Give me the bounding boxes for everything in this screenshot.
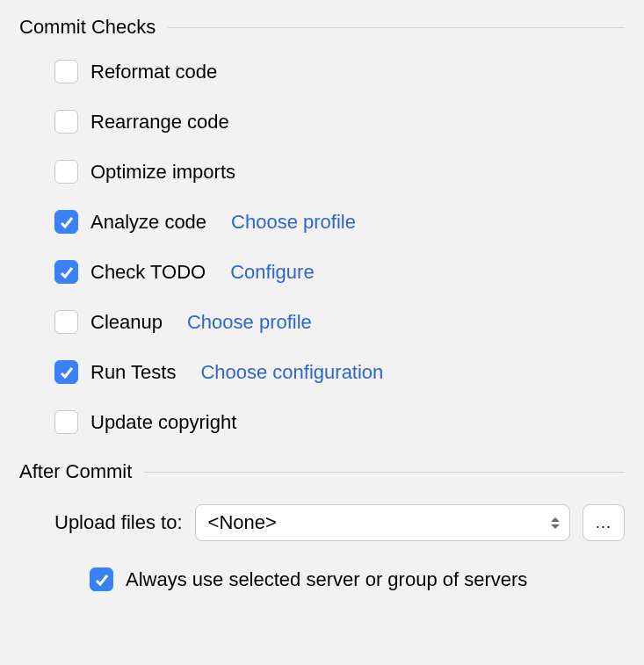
check-row: Run TestsChoose configuration [54, 360, 625, 384]
check-row: Update copyright [54, 410, 625, 434]
upload-target-select[interactable]: <None> [195, 504, 570, 541]
check-row: CleanupChoose profile [54, 310, 625, 334]
always-use-row: Always use selected server or group of s… [19, 567, 625, 591]
check-label: Run Tests [90, 361, 176, 384]
checkbox[interactable] [54, 260, 78, 284]
commit-checks-header: Commit Checks [19, 16, 625, 39]
config-link[interactable]: Choose profile [187, 311, 312, 334]
check-label: Optimize imports [90, 161, 235, 184]
upload-target-value: <None> [208, 511, 277, 534]
checkbox[interactable] [54, 160, 78, 184]
upload-files-label: Upload files to: [54, 511, 183, 534]
check-row: Check TODOConfigure [54, 260, 625, 284]
check-label: Rearrange code [90, 111, 229, 134]
commit-checks-body: Reformat codeRearrange codeOptimize impo… [19, 60, 625, 434]
divider [168, 27, 625, 28]
checkbox[interactable] [54, 310, 78, 334]
check-row: Analyze codeChoose profile [54, 210, 625, 234]
upload-row: Upload files to: <None> ... [19, 504, 625, 541]
always-use-label: Always use selected server or group of s… [126, 568, 527, 591]
check-row: Reformat code [54, 60, 625, 83]
config-link[interactable]: Configure [230, 261, 314, 284]
config-link[interactable]: Choose profile [231, 211, 356, 234]
checkbox[interactable] [54, 110, 78, 134]
check-label: Update copyright [90, 411, 236, 434]
after-commit-section: After Commit Upload files to: <None> ...… [19, 460, 625, 591]
check-label: Cleanup [90, 311, 163, 334]
after-commit-header: After Commit [19, 460, 625, 483]
checkbox[interactable] [54, 210, 78, 234]
always-use-checkbox[interactable] [90, 567, 113, 591]
after-commit-title: After Commit [19, 460, 132, 483]
commit-checks-title: Commit Checks [19, 16, 156, 39]
check-label: Check TODO [90, 261, 206, 284]
checkbox[interactable] [54, 360, 78, 384]
browse-button[interactable]: ... [582, 504, 625, 541]
config-link[interactable]: Choose configuration [200, 361, 383, 384]
check-row: Rearrange code [54, 110, 625, 134]
divider [144, 472, 625, 473]
select-arrows-icon [550, 517, 561, 530]
check-label: Reformat code [90, 61, 217, 83]
check-row: Optimize imports [54, 160, 625, 184]
checkbox[interactable] [54, 60, 78, 83]
browse-button-label: ... [596, 514, 611, 532]
checkbox[interactable] [54, 410, 78, 434]
check-label: Analyze code [90, 211, 206, 234]
